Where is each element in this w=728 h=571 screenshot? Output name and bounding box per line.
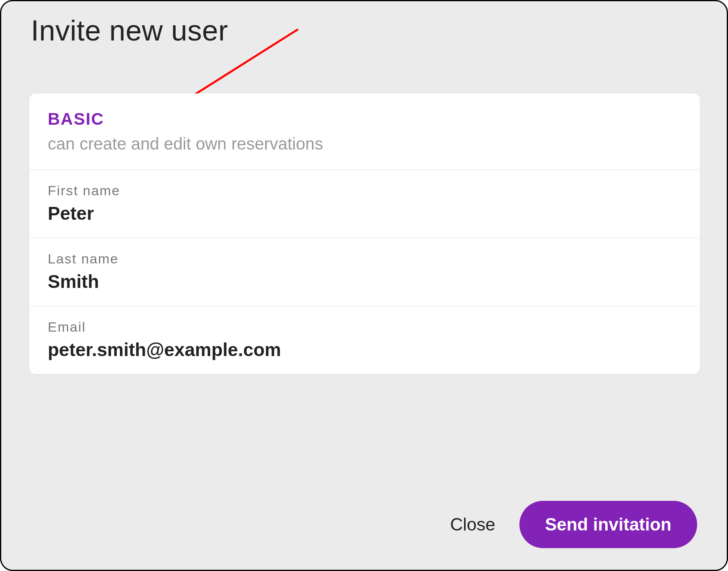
first-name-input[interactable]	[48, 202, 681, 224]
first-name-label: First name	[48, 183, 681, 198]
send-invitation-button[interactable]: Send invitation	[519, 501, 697, 548]
role-name: BASIC	[48, 109, 681, 129]
first-name-row: First name	[29, 170, 700, 238]
close-button[interactable]: Close	[450, 514, 495, 535]
last-name-row: Last name	[29, 238, 700, 306]
role-description: can create and edit own reservations	[48, 134, 681, 154]
invite-user-dialog: Invite new user BASIC can create and edi…	[0, 0, 728, 571]
email-row: Email	[29, 306, 700, 374]
dialog-title: Invite new user	[31, 14, 228, 47]
last-name-input[interactable]	[48, 271, 681, 292]
email-input[interactable]	[48, 339, 681, 360]
role-selector[interactable]: BASIC can create and edit own reservatio…	[29, 93, 700, 170]
last-name-label: Last name	[48, 251, 681, 267]
form-card: BASIC can create and edit own reservatio…	[29, 93, 700, 374]
dialog-actions: Close Send invitation	[450, 501, 697, 548]
email-label: Email	[48, 319, 681, 335]
